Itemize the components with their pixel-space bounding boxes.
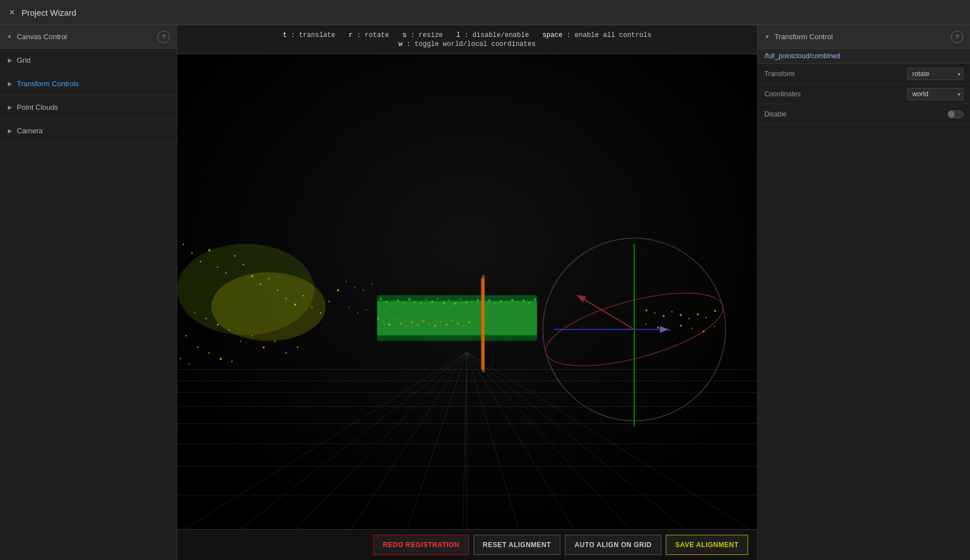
svg-rect-26 — [200, 261, 201, 262]
disable-label: Disable — [764, 110, 948, 118]
left-panel-help-button[interactable]: ? — [157, 31, 170, 43]
coordinates-select[interactable]: world local — [907, 88, 963, 100]
svg-rect-62 — [380, 298, 382, 300]
svg-rect-118 — [663, 315, 665, 317]
svg-rect-66 — [403, 302, 404, 303]
svg-rect-77 — [466, 301, 467, 303]
svg-rect-82 — [494, 302, 495, 304]
sidebar-item-camera[interactable]: ▶ Camera — [0, 119, 177, 143]
sidebar-item-transform-controls[interactable]: ▶ Transform Controls — [0, 72, 177, 96]
canvas-area[interactable]: t : translate r : rotate s : resize l : … — [177, 25, 757, 560]
svg-rect-132 — [346, 281, 347, 282]
svg-rect-101 — [440, 321, 441, 322]
svg-rect-29 — [226, 272, 227, 273]
svg-rect-45 — [217, 324, 219, 325]
svg-rect-46 — [229, 329, 230, 330]
svg-rect-30 — [234, 255, 235, 256]
sidebar-item-camera-label: Camera — [17, 127, 43, 135]
reset-alignment-button[interactable]: RESET ALIGNMENT — [474, 535, 561, 555]
svg-rect-134 — [363, 290, 364, 291]
shortcut-enable-all: space : enable all controls — [542, 31, 651, 39]
svg-rect-65 — [397, 300, 399, 301]
right-panel: ▼ Transform Control ? /full_pointcloud/c… — [757, 25, 970, 560]
svg-rect-84 — [505, 301, 507, 302]
point-clouds-arrow-icon: ▶ — [8, 104, 12, 110]
svg-rect-99 — [429, 323, 430, 324]
svg-rect-27 — [208, 250, 210, 251]
right-panel-help-button[interactable]: ? — [951, 31, 963, 43]
svg-rect-50 — [274, 341, 275, 342]
svg-rect-53 — [185, 335, 187, 336]
shortcut-translate: t : translate — [283, 31, 336, 39]
transform-select[interactable]: translate rotate resize — [907, 68, 963, 80]
svg-rect-47 — [240, 341, 241, 342]
svg-rect-83 — [500, 300, 502, 302]
svg-rect-37 — [294, 304, 296, 305]
svg-rect-36 — [286, 298, 287, 299]
svg-rect-73 — [443, 302, 444, 304]
svg-rect-119 — [671, 311, 672, 312]
close-button[interactable]: × — [9, 7, 15, 18]
transform-label: Transform — [764, 70, 907, 78]
svg-rect-94 — [400, 323, 402, 324]
svg-rect-124 — [714, 310, 716, 312]
svg-rect-55 — [208, 352, 210, 353]
svg-rect-89 — [534, 298, 536, 300]
camera-arrow-icon: ▶ — [8, 128, 12, 134]
svg-rect-133 — [354, 287, 355, 288]
svg-rect-87 — [523, 300, 525, 301]
auto-align-grid-button[interactable]: AUTO ALIGN ON GRID — [565, 535, 661, 555]
svg-rect-93 — [394, 319, 395, 320]
svg-rect-85 — [512, 299, 513, 301]
svg-rect-31 — [243, 264, 244, 265]
svg-rect-123 — [706, 317, 707, 318]
disable-value[interactable] — [948, 110, 963, 118]
path-header: /full_pointcloud/combined — [758, 49, 970, 64]
sidebar-item-grid-label: Grid — [17, 56, 31, 64]
redo-registration-button[interactable]: REDO REGISTRATION — [373, 535, 468, 555]
transform-value[interactable]: translate rotate resize — [907, 68, 963, 80]
svg-rect-42 — [337, 290, 339, 291]
svg-rect-70 — [426, 299, 427, 300]
right-panel-title: Transform Control — [774, 32, 833, 41]
svg-rect-43 — [194, 312, 196, 314]
svg-rect-81 — [489, 300, 490, 301]
svg-rect-39 — [312, 307, 313, 308]
svg-rect-117 — [654, 312, 655, 314]
svg-rect-49 — [263, 347, 264, 348]
svg-rect-71 — [431, 301, 433, 302]
svg-rect-44 — [206, 318, 207, 319]
svg-rect-136 — [349, 307, 350, 308]
svg-rect-59 — [188, 363, 189, 365]
main-layout: ▼ Canvas Control ? ▶ Grid ▶ Transform Co… — [0, 25, 970, 560]
svg-rect-100 — [434, 325, 436, 326]
action-bar: REDO REGISTRATION RESET ALIGNMENT AUTO A… — [177, 529, 757, 560]
svg-rect-88 — [528, 302, 530, 303]
right-panel-header: ▼ Transform Control ? — [758, 25, 970, 49]
sidebar-item-point-clouds-label: Point Clouds — [17, 103, 58, 111]
svg-rect-72 — [437, 298, 438, 299]
svg-rect-86 — [517, 301, 518, 302]
coordinates-label: Coordinates — [764, 90, 907, 98]
sidebar-item-grid[interactable]: ▶ Grid — [0, 49, 177, 72]
svg-rect-91 — [383, 321, 384, 322]
disable-property-row: Disable — [758, 104, 970, 124]
svg-rect-127 — [669, 329, 670, 330]
svg-rect-95 — [406, 325, 407, 326]
disable-toggle[interactable] — [948, 110, 963, 118]
svg-rect-48 — [252, 335, 253, 336]
shortcut-rotate: r : rotate — [349, 31, 389, 39]
right-panel-chevron-icon: ▼ — [764, 34, 770, 40]
sidebar-item-point-clouds[interactable]: ▶ Point Clouds — [0, 96, 177, 119]
svg-rect-108 — [482, 275, 485, 372]
svg-rect-90 — [377, 318, 379, 320]
svg-rect-58 — [180, 358, 181, 359]
3d-viewport[interactable] — [177, 54, 757, 529]
svg-rect-106 — [468, 321, 470, 323]
left-panel-chevron-icon: ▼ — [7, 34, 12, 40]
coordinates-value[interactable]: world local — [907, 88, 963, 100]
svg-rect-130 — [703, 330, 704, 332]
svg-rect-97 — [417, 324, 418, 325]
svg-rect-138 — [366, 310, 367, 311]
save-alignment-button[interactable]: SAVE ALIGNMENT — [666, 535, 748, 555]
